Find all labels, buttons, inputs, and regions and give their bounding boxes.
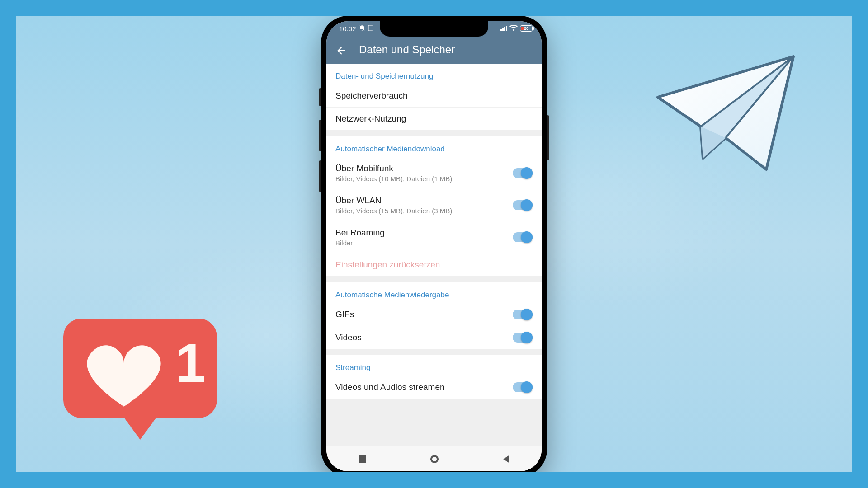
status-time: 10:02 bbox=[339, 25, 356, 33]
row-title: Videos und Audios streamen bbox=[335, 382, 445, 392]
toggle-videos[interactable] bbox=[513, 333, 533, 343]
battery-percent: 20 bbox=[524, 26, 528, 31]
row-videos[interactable]: Videos bbox=[326, 326, 542, 349]
section-streaming: Streaming Videos und Audios streamen bbox=[326, 355, 542, 399]
signal-icon bbox=[500, 26, 507, 31]
sim-icon bbox=[368, 25, 373, 33]
dnd-icon bbox=[359, 25, 365, 33]
row-subtitle: Bilder, Videos (15 MB), Dateien (3 MB) bbox=[335, 207, 452, 215]
back-arrow-icon[interactable] bbox=[335, 45, 345, 55]
phone-frame: 10:02 bbox=[321, 16, 547, 472]
toggle-roaming[interactable] bbox=[513, 232, 533, 242]
row-storage-usage[interactable]: Speicherverbrauch bbox=[326, 84, 542, 107]
toggle-stream-av[interactable] bbox=[513, 382, 533, 392]
row-network-usage[interactable]: Netzwerk-Nutzung bbox=[326, 107, 542, 130]
battery-icon: 20 bbox=[520, 25, 533, 32]
row-title: Videos bbox=[335, 333, 362, 343]
row-title: Bei Roaming bbox=[335, 228, 385, 238]
row-wlan[interactable]: Über WLAN Bilder, Videos (15 MB), Dateie… bbox=[326, 189, 542, 221]
toggle-mobile-data[interactable] bbox=[513, 168, 533, 178]
toggle-wlan[interactable] bbox=[513, 200, 533, 210]
toggle-gifs[interactable] bbox=[513, 310, 533, 319]
section-auto-download: Automatischer Mediendownload Über Mobilf… bbox=[326, 136, 542, 276]
section-header-auto-play: Automatische Medienwiedergabe bbox=[326, 282, 542, 303]
row-title: Über WLAN bbox=[335, 196, 452, 206]
page-title: Daten und Speicher bbox=[359, 43, 455, 56]
row-title: Über Mobilfunk bbox=[335, 164, 452, 174]
row-title: Netzwerk-Nutzung bbox=[335, 114, 406, 124]
row-title: Einstellungen zurücksetzen bbox=[335, 260, 440, 270]
background-canvas: 1 10:02 bbox=[16, 16, 852, 472]
wifi-icon bbox=[509, 25, 518, 33]
section-storage: Daten- und Speichernutzung Speicherverbr… bbox=[326, 64, 542, 130]
row-mobile-data[interactable]: Über Mobilfunk Bilder, Videos (10 MB), D… bbox=[326, 157, 542, 189]
row-title: GIFs bbox=[335, 310, 354, 319]
row-subtitle: Bilder, Videos (10 MB), Dateien (1 MB) bbox=[335, 175, 452, 183]
section-header-storage: Daten- und Speichernutzung bbox=[326, 64, 542, 84]
like-count-glyph: 1 bbox=[175, 333, 206, 393]
android-nav-bar bbox=[326, 446, 542, 471]
row-subtitle: Bilder bbox=[335, 239, 385, 247]
nav-back-icon[interactable] bbox=[503, 455, 509, 463]
app-bar: Daten und Speicher bbox=[326, 36, 542, 64]
row-gifs[interactable]: GIFs bbox=[326, 303, 542, 326]
section-auto-play: Automatische Medienwiedergabe GIFs Video… bbox=[326, 282, 542, 349]
settings-scroll[interactable]: Daten- und Speichernutzung Speicherverbr… bbox=[326, 64, 542, 446]
phone-notch bbox=[380, 21, 488, 37]
row-reset-settings[interactable]: Einstellungen zurücksetzen bbox=[326, 253, 542, 276]
svg-rect-1 bbox=[368, 25, 373, 31]
nav-recent-icon[interactable] bbox=[359, 455, 366, 463]
row-stream-av[interactable]: Videos und Audios streamen bbox=[326, 376, 542, 399]
phone-screen: 10:02 bbox=[326, 21, 542, 471]
section-header-auto-download: Automatischer Mediendownload bbox=[326, 136, 542, 157]
like-notification-badge: 1 bbox=[63, 310, 217, 441]
row-title: Speicherverbrauch bbox=[335, 91, 407, 101]
telegram-plane-icon bbox=[649, 47, 802, 178]
nav-home-icon[interactable] bbox=[430, 455, 439, 463]
section-header-streaming: Streaming bbox=[326, 355, 542, 376]
row-roaming[interactable]: Bei Roaming Bilder bbox=[326, 221, 542, 253]
